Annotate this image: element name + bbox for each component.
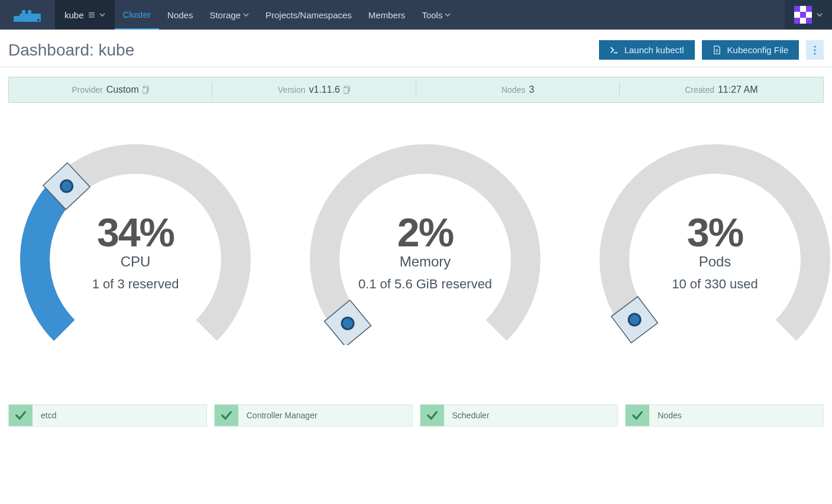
cluster-name: kube [64, 10, 84, 20]
info-version: Version v1.11.6 [212, 77, 416, 102]
svg-point-15 [814, 49, 815, 51]
info-bar: Provider Custom Version v1.11.6 Nodes 3 … [8, 77, 824, 103]
status-label: Controller Manager [238, 405, 412, 426]
page-title: Dashboard: kube [8, 41, 134, 60]
more-actions-button[interactable] [806, 40, 824, 60]
gauge-cpu: 34% CPU 1 of 3 reserved [8, 132, 263, 333]
header-actions: Launch kubectl Kubeconfig File [599, 40, 824, 60]
chevron-down-icon [99, 12, 105, 18]
svg-rect-11 [800, 12, 806, 18]
svg-rect-20 [344, 87, 348, 93]
info-created: Created 11:27 AM [620, 77, 823, 102]
svg-point-16 [814, 53, 815, 54]
status-label: Nodes [649, 405, 823, 426]
nav-item-projects-namespaces[interactable]: Projects/Namespaces [257, 0, 360, 30]
gauge-title: Pods [588, 253, 832, 270]
svg-point-14 [814, 45, 815, 47]
svg-rect-13 [806, 18, 812, 24]
status-label: etcd [33, 405, 206, 426]
nav-item-storage[interactable]: Storage [201, 0, 257, 30]
gauge-title: Memory [298, 253, 552, 270]
page-header: Dashboard: kube Launch kubectl Kubeconfi… [0, 30, 832, 67]
top-nav: kube ClusterNodesStorageProjects/Namespa… [0, 0, 832, 30]
gauge-subtitle: 1 of 3 reserved [8, 277, 263, 292]
svg-rect-7 [89, 17, 95, 18]
check-icon [215, 405, 238, 426]
status-label: Scheduler [444, 405, 618, 426]
info-nodes: Nodes 3 [416, 77, 620, 102]
info-provider: Provider Custom [9, 77, 212, 102]
copy-icon[interactable] [344, 86, 351, 94]
nav-items: ClusterNodesStorageProjects/NamespacesMe… [115, 0, 459, 30]
status-tile-controller-manager[interactable]: Controller Manager [214, 404, 413, 427]
user-menu[interactable] [785, 0, 832, 30]
status-tile-etcd[interactable]: etcd [8, 404, 207, 427]
check-icon [9, 405, 33, 426]
svg-rect-18 [143, 87, 147, 93]
gauge-title: CPU [8, 253, 263, 270]
nav-item-cluster[interactable]: Cluster [115, 0, 160, 30]
svg-rect-9 [794, 6, 800, 12]
file-icon [713, 45, 721, 54]
svg-rect-10 [806, 6, 812, 12]
avatar-icon [794, 6, 812, 24]
svg-rect-12 [794, 18, 800, 24]
cluster-selector[interactable]: kube [55, 0, 115, 30]
svg-rect-1 [14, 16, 21, 22]
gauge-subtitle: 10 of 330 used [588, 277, 832, 292]
nav-item-tools[interactable]: Tools [413, 0, 459, 30]
nav-item-members[interactable]: Members [360, 0, 414, 30]
terminal-icon [610, 45, 619, 54]
svg-rect-3 [28, 10, 31, 15]
svg-rect-6 [89, 15, 95, 16]
chevron-down-icon [817, 12, 823, 18]
status-row: etcd Controller Manager Scheduler Nodes [0, 333, 832, 438]
svg-rect-2 [22, 10, 25, 15]
list-icon [89, 12, 95, 18]
gauges-row: 34% CPU 1 of 3 reserved 2% Memory 0.1 of… [0, 103, 832, 333]
copy-icon[interactable] [143, 86, 150, 94]
gauge-percent: 3% [588, 209, 832, 255]
gauge-percent: 2% [298, 209, 552, 255]
nav-item-nodes[interactable]: Nodes [159, 0, 201, 30]
launch-kubectl-button[interactable]: Launch kubectl [599, 40, 695, 60]
gauge-subtitle: 0.1 of 5.6 GiB reserved [298, 277, 552, 292]
svg-point-4 [37, 19, 40, 21]
status-tile-scheduler[interactable]: Scheduler [420, 404, 619, 427]
gauge-pods: 3% Pods 10 of 330 used [588, 132, 832, 333]
check-icon [626, 405, 649, 426]
chevron-down-icon [445, 12, 451, 18]
gauge-percent: 34% [8, 209, 263, 255]
kebab-icon [814, 45, 816, 55]
svg-rect-5 [89, 12, 95, 14]
logo[interactable] [0, 0, 55, 30]
kubeconfig-file-button[interactable]: Kubeconfig File [702, 40, 799, 60]
chevron-down-icon [243, 12, 249, 18]
gauge-memory: 2% Memory 0.1 of 5.6 GiB reserved [298, 132, 552, 333]
check-icon [420, 405, 444, 426]
status-tile-nodes[interactable]: Nodes [625, 404, 824, 427]
